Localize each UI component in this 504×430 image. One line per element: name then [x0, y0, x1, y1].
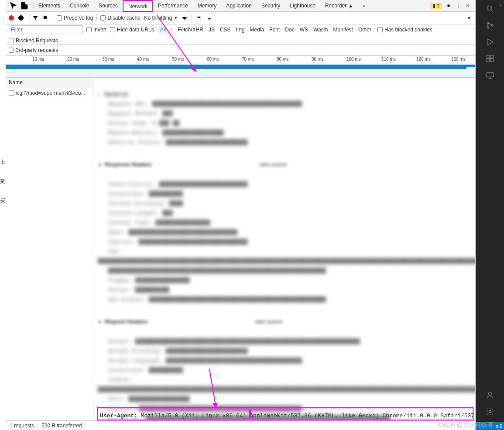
svg-rect-12 — [487, 55, 490, 58]
tab-network[interactable]: Network — [123, 0, 153, 12]
tab-memory[interactable]: Memory — [193, 0, 221, 12]
tab-console[interactable]: Console — [65, 0, 94, 12]
filter-type-doc[interactable]: Doc — [282, 26, 297, 34]
chevron-down-icon[interactable]: ⌄ — [499, 2, 502, 7]
filter-type-wasm[interactable]: Wasm — [311, 26, 331, 34]
filter-type-js[interactable]: JS — [206, 26, 217, 34]
page-left-fragment: 上 赞 买 — [0, 0, 6, 430]
svg-rect-13 — [490, 55, 493, 58]
filter-input[interactable] — [9, 25, 83, 34]
filter-type-other[interactable]: Other — [356, 26, 374, 34]
filter-type-ws[interactable]: WS — [297, 26, 311, 34]
invert-checkbox[interactable]: Invert — [86, 27, 106, 33]
network-filter-bar-2: 3rd-party requests — [6, 45, 475, 56]
search-icon[interactable] — [484, 3, 496, 15]
devtools-window: Elements Console Sources Network Perform… — [6, 0, 476, 430]
svg-point-10 — [487, 27, 488, 28]
filter-type-media[interactable]: Media — [247, 26, 267, 34]
timeline-ruler: 10 ms 20 ms 30 ms 40 ms 50 ms 60 ms 70 m… — [6, 56, 475, 63]
inspect-element-icon[interactable] — [9, 1, 18, 10]
clear-icon[interactable] — [17, 14, 24, 21]
vscode-activity-bar: ⌄ ⊘ 0 — [476, 0, 504, 430]
extensions-icon[interactable] — [484, 52, 496, 65]
run-debug-icon[interactable] — [484, 36, 496, 48]
blocked-cookies-checkbox[interactable]: Has blocked cookies — [377, 27, 432, 33]
account-icon[interactable] — [484, 389, 496, 401]
record-button[interactable] — [9, 15, 14, 21]
name-column-header[interactable]: Name — [6, 78, 93, 88]
svg-point-3 — [18, 15, 24, 21]
resource-type-filters: All | Fetch/XHR JS CSS Img Media Font Do… — [158, 26, 374, 34]
network-filter-bar: Invert Hide data URLs All | Fetch/XHR JS… — [6, 24, 475, 45]
svg-rect-14 — [487, 59, 490, 62]
tab-recorder[interactable]: Recorder ▲ — [320, 0, 358, 12]
svg-rect-15 — [490, 59, 493, 62]
warnings-badge[interactable]: ▮ 1 — [430, 3, 442, 9]
filter-icon[interactable] — [32, 14, 39, 21]
svg-point-5 — [468, 17, 470, 19]
svg-rect-16 — [487, 72, 493, 77]
filter-type-font[interactable]: Font — [267, 26, 282, 34]
request-name: v.gif?mod=superman%3Aco... — [16, 90, 86, 96]
svg-point-9 — [487, 22, 488, 24]
svg-point-8 — [487, 6, 491, 10]
manage-gear-icon[interactable] — [484, 406, 496, 418]
device-toggle-icon[interactable] — [19, 1, 29, 10]
svg-point-11 — [491, 24, 493, 26]
kebab-menu-icon[interactable]: ⋮ — [453, 1, 463, 10]
svg-point-4 — [44, 16, 47, 19]
tabs-overflow[interactable]: » — [358, 0, 371, 12]
request-headers-section[interactable]: ▼Request Headersview source — [98, 319, 471, 325]
network-timeline[interactable]: 10 ms 20 ms 30 ms 40 ms 50 ms 60 ms 70 m… — [6, 56, 475, 78]
export-har-icon[interactable] — [206, 14, 213, 21]
filter-type-img[interactable]: Img — [233, 26, 247, 34]
tab-security[interactable]: Security — [257, 0, 285, 12]
headers-blurred-content: ▸ General Request URL: █████████████████… — [98, 80, 471, 157]
search-icon[interactable] — [42, 14, 49, 21]
tab-performance[interactable]: Performance — [153, 0, 193, 12]
statusbar-fragment: ⊘ 0 — [476, 422, 504, 430]
transferred-size: 520 B transferred — [41, 423, 86, 429]
request-list: Name v.gif?mod=superman%3Aco... — [6, 78, 93, 420]
network-status-bar: 1 requests 520 B transferred — [6, 420, 475, 430]
tab-elements[interactable]: Elements — [34, 0, 65, 12]
filter-type-all[interactable]: All — [158, 26, 168, 34]
svg-point-17 — [488, 392, 491, 395]
preserve-log-checkbox[interactable]: Preserve log — [57, 15, 93, 21]
network-settings-icon[interactable] — [466, 14, 473, 21]
user-agent-header-line: User-Agent: Mozilla/5.0 (X11; Linux x86_… — [100, 413, 475, 419]
disable-cache-checkbox[interactable]: Disable cache — [100, 15, 140, 21]
third-party-checkbox[interactable]: 3rd-party requests — [9, 47, 58, 53]
throttling-dropdown[interactable]: No throttling ▼ — [144, 15, 178, 21]
blocked-requests-checkbox[interactable]: Blocked Requests — [9, 38, 58, 44]
tab-sources[interactable]: Sources — [94, 0, 123, 12]
filter-type-css[interactable]: CSS — [217, 26, 233, 34]
network-conditions-icon[interactable] — [181, 14, 188, 21]
network-content: Name v.gif?mod=superman%3Aco... ▸ Genera… — [6, 78, 475, 420]
request-count: 1 requests — [10, 423, 38, 429]
tab-lighthouse[interactable]: Lighthouse — [285, 0, 320, 12]
tab-application[interactable]: Application — [221, 0, 257, 12]
svg-point-18 — [489, 411, 491, 413]
remote-icon[interactable] — [484, 69, 496, 81]
svg-rect-1 — [24, 4, 27, 9]
file-icon — [9, 90, 14, 96]
devtools-tabstrip: Elements Console Sources Network Perform… — [6, 0, 475, 12]
request-row[interactable]: v.gif?mod=superman%3Aco... — [6, 88, 93, 98]
svg-point-2 — [447, 4, 450, 7]
close-devtools-icon[interactable]: ✕ — [463, 1, 473, 10]
import-har-icon[interactable] — [195, 14, 202, 21]
response-headers-section[interactable]: ▼Response Headersview source — [98, 162, 471, 168]
network-toolbar: Preserve log Disable cache No throttling… — [6, 12, 475, 24]
request-details-panel[interactable]: ▸ General Request URL: █████████████████… — [93, 78, 475, 420]
hide-data-urls-checkbox[interactable]: Hide data URLs — [110, 27, 154, 33]
settings-gear-icon[interactable] — [444, 1, 453, 10]
filter-type-manifest[interactable]: Manifest — [331, 26, 356, 34]
filter-type-fetch[interactable]: Fetch/XHR — [175, 26, 206, 34]
source-control-icon[interactable] — [484, 19, 496, 31]
